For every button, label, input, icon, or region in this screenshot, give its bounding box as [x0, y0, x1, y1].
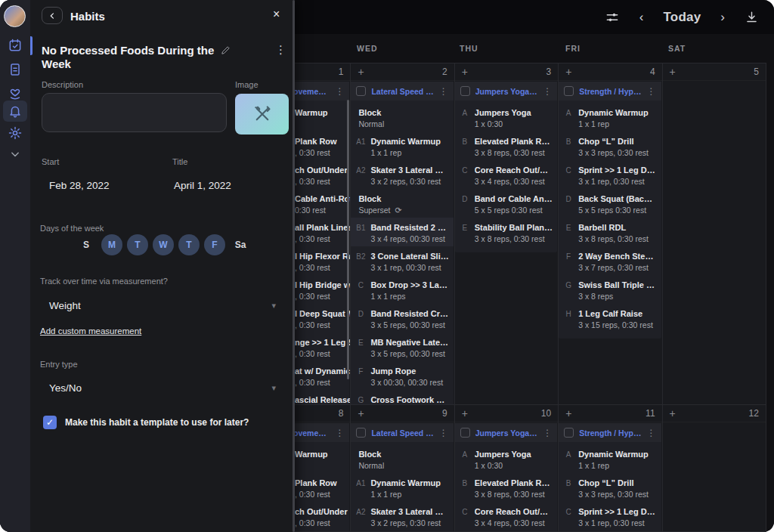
- day-toggle-sa[interactable]: Sa: [230, 234, 251, 255]
- exercise-item[interactable]: EMB Negative Lateral Hop...3 x 5 reps, 0…: [351, 332, 453, 361]
- today-button[interactable]: Today: [664, 11, 701, 23]
- exercise-item[interactable]: CCore Reach Out/Under3 x 4 reps, 0:30 re…: [455, 160, 557, 189]
- workout-title[interactable]: Lateral Speed / Plyo: [371, 428, 433, 438]
- exercise-item[interactable]: DBack Squat (Back Off Set)5 x 5 reps 0:3…: [559, 189, 661, 218]
- exercise-item[interactable]: H1 Leg Calf Raise3 x 15 reps, 0:30 rest: [559, 304, 661, 332]
- exercise-item[interactable]: GSwiss Ball Triple Threat3 x 8 reps: [559, 275, 661, 304]
- workout-menu-kebab-icon[interactable]: ⋮: [543, 86, 552, 97]
- add-custom-measurement-link[interactable]: Add custom measurement: [40, 326, 141, 336]
- document-icon[interactable]: [8, 62, 23, 77]
- workout-card[interactable]: Strength / Hypertro...⋮ADynamic Warmup1 …: [559, 423, 661, 532]
- day-toggle-w[interactable]: W: [153, 234, 174, 255]
- workout-title[interactable]: Strength / Hypertro...: [579, 428, 641, 438]
- workout-title[interactable]: ovement Q...: [293, 428, 330, 438]
- add-workout-icon[interactable]: +: [670, 408, 676, 419]
- workout-checkbox[interactable]: [356, 428, 366, 438]
- exercise-item[interactable]: DBand Resisted Crossover...3 x 5 reps, 0…: [351, 304, 453, 332]
- exercise-item[interactable]: BChop “L” Drill3 x 3 reps, 0:30 rest: [559, 131, 661, 160]
- day-toggle-t[interactable]: T: [127, 234, 148, 255]
- workout-title[interactable]: Jumpers Yoga / Core: [475, 87, 537, 96]
- workout-title[interactable]: Strength / Hypertro...: [579, 87, 641, 96]
- exercise-item[interactable]: CCore Reach Out/Under3 x 4 reps, 0:30 re…: [455, 502, 557, 530]
- workout-card[interactable]: Jumpers Yoga / Core⋮AJumpers Yoga1 x 0:3…: [455, 82, 557, 252]
- day-cell[interactable]: +10Jumpers Yoga / Core⋮AJumpers Yoga1 x …: [455, 405, 559, 532]
- heart-hands-icon[interactable]: [8, 85, 23, 101]
- exercise-item[interactable]: ADynamic Warmup1 x 1 rep: [559, 103, 661, 131]
- exercise-item[interactable]: A1Dynamic Warmup1 x 1 rep: [351, 473, 453, 502]
- add-workout-icon[interactable]: +: [462, 408, 468, 419]
- exercise-item[interactable]: B23 Cone Lateral Slide3 x 1 rep, 00:30 r…: [351, 246, 453, 275]
- workout-title[interactable]: Lateral Speed / Plyo: [371, 87, 433, 96]
- description-input[interactable]: [42, 93, 227, 132]
- exercise-item[interactable]: DBand or Cable Anti Rotati...5 x 5 reps …: [455, 189, 557, 218]
- add-workout-icon[interactable]: +: [565, 408, 571, 419]
- prev-week-button[interactable]: ‹: [639, 11, 644, 23]
- exercise-item[interactable]: EBarbell RDL3 x 8 reps, 0:30 rest: [559, 218, 661, 246]
- template-checkbox-checked[interactable]: ✓: [43, 416, 57, 429]
- workout-menu-kebab-icon[interactable]: ⋮: [335, 86, 344, 97]
- calendar-check-icon[interactable]: [8, 38, 23, 53]
- edit-pencil-icon[interactable]: [220, 45, 231, 56]
- day-cell[interactable]: +2Lateral Speed / Plyo⋮BlockNormalA1Dyna…: [351, 63, 454, 405]
- workout-checkbox[interactable]: [460, 428, 470, 438]
- gear-icon[interactable]: [8, 125, 23, 141]
- exercise-item[interactable]: CSprint >> 1 Leg Declarations3 x 1 rep, …: [559, 502, 661, 530]
- workout-menu-kebab-icon[interactable]: ⋮: [647, 428, 656, 438]
- avatar[interactable]: [4, 5, 26, 27]
- workout-checkbox[interactable]: [564, 86, 574, 96]
- workout-menu-kebab-icon[interactable]: ⋮: [439, 428, 448, 438]
- exercise-item[interactable]: BElevated Plank Row3 x 8 reps, 0:30 rest: [455, 473, 557, 502]
- workout-card[interactable]: Lateral Speed / Plyo⋮BlockNormalA1Dynami…: [351, 423, 453, 532]
- workout-checkbox[interactable]: [356, 86, 366, 96]
- day-cell[interactable]: +5: [663, 63, 766, 405]
- workout-title[interactable]: ovement Q...: [293, 87, 330, 96]
- add-workout-icon[interactable]: +: [358, 408, 364, 419]
- exercise-item[interactable]: BChop “L” Drill3 x 3 reps, 0:30 rest: [559, 473, 661, 502]
- add-workout-icon[interactable]: +: [670, 66, 676, 77]
- workout-title[interactable]: Jumpers Yoga / Core: [475, 428, 537, 438]
- day-cell[interactable]: +12: [663, 405, 766, 532]
- day-cell[interactable]: +3Jumpers Yoga / Core⋮AJumpers Yoga1 x 0…: [455, 63, 559, 405]
- exercise-item[interactable]: CSprint >> 1 Leg Declarations3 x 1 rep, …: [559, 160, 661, 189]
- day-toggle-m[interactable]: M: [101, 234, 122, 255]
- exercise-item[interactable]: CBox Drop >> 3 Lateral H...1 x 1 reps: [351, 275, 453, 304]
- day-cell[interactable]: +4Strength / Hypertro...⋮ADynamic Warmup…: [559, 63, 662, 405]
- add-workout-icon[interactable]: +: [565, 66, 571, 77]
- workout-menu-kebab-icon[interactable]: ⋮: [335, 428, 344, 438]
- day-toggle-f[interactable]: F: [204, 234, 225, 255]
- bell-icon[interactable]: [8, 104, 23, 119]
- exercise-item[interactable]: AJumpers Yoga1 x 0:30: [455, 444, 557, 473]
- workout-card[interactable]: Lateral Speed / Plyo⋮BlockNormalA1Dynami…: [351, 82, 453, 405]
- exercise-item[interactable]: F2 Way Bench Step Up3 x 7 reps, 0:30 res…: [559, 246, 661, 275]
- day-toggle-t[interactable]: T: [178, 234, 200, 255]
- day-toggle-s[interactable]: S: [76, 234, 97, 255]
- exercise-item[interactable]: BElevated Plank Row3 x 8 reps, 0:30 rest: [455, 131, 557, 160]
- next-week-button[interactable]: ›: [720, 11, 725, 23]
- start-date-value[interactable]: Feb 28, 2022: [49, 180, 110, 191]
- end-date-value[interactable]: April 1, 2022: [174, 180, 231, 191]
- filter-icon[interactable]: [605, 10, 620, 25]
- day-cell[interactable]: +9Lateral Speed / Plyo⋮BlockNormalA1Dyna…: [351, 405, 454, 532]
- exercise-item[interactable]: A2Skater 3 Lateral Hops >> ...3 x 2 reps…: [351, 160, 453, 189]
- cell-scrollbar[interactable]: [347, 100, 349, 379]
- workout-menu-kebab-icon[interactable]: ⋮: [647, 86, 656, 97]
- habit-image-thumbnail[interactable]: [235, 94, 289, 135]
- download-icon[interactable]: [745, 10, 759, 24]
- exercise-item[interactable]: GCross Footwork Jump Rope3 x 00:30, 00:3…: [351, 390, 453, 405]
- exercise-item[interactable]: FJump Rope3 x 00:30, 00:30 rest: [351, 361, 453, 390]
- chevron-down-icon[interactable]: [8, 147, 23, 162]
- exercise-item[interactable]: ADynamic Warmup1 x 1 rep: [559, 444, 661, 473]
- exercise-item[interactable]: AJumpers Yoga1 x 0:30: [455, 103, 557, 131]
- workout-card[interactable]: Strength / Hypertro...⋮ADynamic Warmup1 …: [559, 82, 661, 339]
- workout-checkbox[interactable]: [564, 428, 574, 438]
- workout-menu-kebab-icon[interactable]: ⋮: [439, 86, 448, 97]
- exercise-item[interactable]: A2Skater 3 Lateral Hops >> ...3 x 2 reps…: [351, 502, 453, 530]
- exercise-item[interactable]: EStability Ball Plank Linear ...3 x 8 re…: [455, 218, 557, 246]
- workout-menu-kebab-icon[interactable]: ⋮: [543, 428, 552, 438]
- close-icon[interactable]: ×: [273, 8, 280, 21]
- add-workout-icon[interactable]: +: [358, 66, 364, 77]
- exercise-item[interactable]: A1Dynamic Warmup1 x 1 rep: [351, 131, 453, 160]
- exercise-item[interactable]: B1Band Resisted 2 Step Late...3 x 4 reps…: [351, 218, 453, 246]
- add-workout-icon[interactable]: +: [462, 66, 468, 77]
- habit-menu-kebab-icon[interactable]: ⋮: [275, 43, 286, 57]
